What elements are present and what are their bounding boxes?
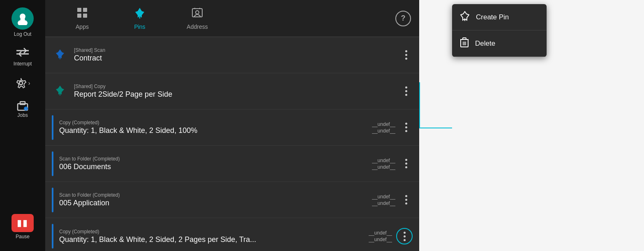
sidebar-item-logout[interactable]: ● Log Out <box>0 4 45 40</box>
svg-rect-23 <box>463 38 466 40</box>
svg-rect-11 <box>77 14 81 18</box>
svg-point-4 <box>19 81 23 85</box>
pin-item-2: Copy (Completed) Quantity: 1, Black & Wh… <box>45 109 419 146</box>
more-menu-button-2[interactable] <box>399 117 413 138</box>
pin-item-1: [Shared] Copy Report 2Side/2 Page per Si… <box>45 73 419 109</box>
more-menu-button-5[interactable] <box>396 228 413 244</box>
popup-menu: Create Pin Delete <box>452 4 547 57</box>
svg-rect-12 <box>83 14 87 18</box>
pin-subtitle-3: Scan to Folder (Completed) <box>59 156 372 162</box>
pin-icon-col-0 <box>52 49 68 62</box>
delete-icon <box>460 37 469 49</box>
pin-meta-3: __undef__ __undef__ <box>372 158 395 170</box>
sidebar-item-pause[interactable]: ▮▮ Pause <box>0 211 45 243</box>
right-area: Create Pin Delete <box>419 0 644 251</box>
meta1-3: __undef__ <box>372 158 395 163</box>
main-panel: Apps Pins Address <box>45 0 419 251</box>
pin-content-2: Copy (Completed) Quantity: 1, Black & Wh… <box>53 120 372 135</box>
meta2-2: __undef__ <box>372 128 395 134</box>
jobs-label: Jobs <box>17 112 28 118</box>
pin-meta-5: __undef__ __undef__ <box>369 230 392 242</box>
delete-label: Delete <box>475 40 495 48</box>
pin-subtitle-4: Scan to Folder (Completed) <box>59 192 372 198</box>
settings-gear-row: › <box>15 77 30 89</box>
dots-icon-4 <box>405 195 407 205</box>
more-menu-button-4[interactable] <box>399 190 413 210</box>
meta1-4: __undef__ <box>372 194 395 200</box>
create-pin-menu-item[interactable]: Create Pin <box>452 4 547 30</box>
tab-address[interactable]: Address <box>169 2 226 35</box>
apps-icon <box>76 7 88 21</box>
address-icon <box>192 7 203 21</box>
svg-point-1 <box>18 20 28 25</box>
pin-meta-4: __undef__ __undef__ <box>372 194 395 206</box>
tab-bar: Apps Pins Address <box>45 0 419 37</box>
pins-label: Pins <box>134 23 145 30</box>
pin-icon-col-1 <box>52 85 68 98</box>
dots-icon-1 <box>405 86 407 96</box>
pins-icon <box>134 7 145 21</box>
meta1-2: __undef__ <box>372 121 395 127</box>
avatar: ● <box>12 7 34 30</box>
meta2-3: __undef__ <box>372 164 395 170</box>
pin-title-4: 005 Application <box>59 199 372 207</box>
delete-menu-item[interactable]: Delete <box>452 30 547 57</box>
pause-icon: ▮▮ <box>17 218 28 228</box>
pin-subtitle-0: [Shared] Scan <box>74 47 399 53</box>
meta2-4: __undef__ <box>372 200 395 206</box>
dots-icon-5 <box>404 232 406 241</box>
pin-title-0: Contract <box>74 54 399 63</box>
help-icon: ? <box>401 14 406 23</box>
jobs-icon-container: i <box>16 100 29 112</box>
pin-content-1: [Shared] Copy Report 2Side/2 Page per Si… <box>68 84 399 99</box>
pin-content-5: Copy (Completed) Quantity: 1, Black & Wh… <box>53 229 369 244</box>
more-menu-button-0[interactable] <box>399 45 413 65</box>
connector-vertical <box>419 82 420 128</box>
svg-rect-9 <box>77 8 81 12</box>
sidebar-item-interrupt[interactable]: Interrupt <box>0 44 45 70</box>
tab-apps[interactable]: Apps <box>53 2 111 35</box>
dots-icon-3 <box>405 159 407 168</box>
svg-rect-6 <box>20 102 25 105</box>
create-pin-label: Create Pin <box>476 13 509 21</box>
pin-meta-2: __undef__ __undef__ <box>372 121 395 134</box>
pin-content-4: Scan to Folder (Completed) 005 Applicati… <box>53 192 372 207</box>
pin-item-4: Scan to Folder (Completed) 005 Applicati… <box>45 182 419 218</box>
pause-label: Pause <box>16 234 30 239</box>
pin-title-5: Quantity: 1, Black & White, 2 Sided, 2 P… <box>59 235 369 244</box>
user-silhouette-icon <box>16 12 29 25</box>
pin-tack-teal-icon <box>55 85 65 98</box>
interrupt-label: Interrupt <box>14 61 32 67</box>
svg-rect-14 <box>192 9 202 17</box>
pin-content-0: [Shared] Scan Contract <box>68 47 399 63</box>
svg-rect-10 <box>83 8 87 12</box>
pin-item-0: [Shared] Scan Contract <box>45 37 419 73</box>
sidebar-item-jobs[interactable]: i Jobs <box>0 96 45 121</box>
pause-button-icon: ▮▮ <box>12 214 34 232</box>
apps-label: Apps <box>76 23 89 30</box>
jobs-icon: i <box>16 100 29 111</box>
sidebar: ● Log Out Interrupt › <box>0 0 45 251</box>
more-menu-button-1[interactable] <box>399 81 413 102</box>
tab-pins[interactable]: Pins <box>111 2 169 35</box>
dots-icon-0 <box>405 50 407 60</box>
pin-subtitle-1: [Shared] Copy <box>74 84 399 89</box>
chevron-right-icon: › <box>28 80 30 86</box>
pin-title-3: 006 Documents <box>59 163 372 171</box>
help-button[interactable]: ? <box>395 11 411 26</box>
pin-tack-blue-icon <box>55 49 65 62</box>
logout-label: Log Out <box>14 31 32 37</box>
create-pin-icon <box>460 11 469 23</box>
pin-subtitle-2: Copy (Completed) <box>59 120 372 126</box>
interrupt-icon <box>16 48 29 59</box>
sidebar-item-settings[interactable]: › <box>0 74 45 92</box>
pin-item-5: Copy (Completed) Quantity: 1, Black & Wh… <box>45 218 419 251</box>
pin-title-2: Quantity: 1, Black & White, 2 Sided, 100… <box>59 126 372 135</box>
meta2-5: __undef__ <box>369 237 392 242</box>
meta1-5: __undef__ <box>369 230 392 236</box>
pins-list: [Shared] Scan Contract [Shared] <box>45 37 419 251</box>
address-label: Address <box>187 23 208 30</box>
more-menu-button-3[interactable] <box>399 153 413 174</box>
svg-point-0 <box>20 14 25 19</box>
svg-point-15 <box>196 11 199 14</box>
